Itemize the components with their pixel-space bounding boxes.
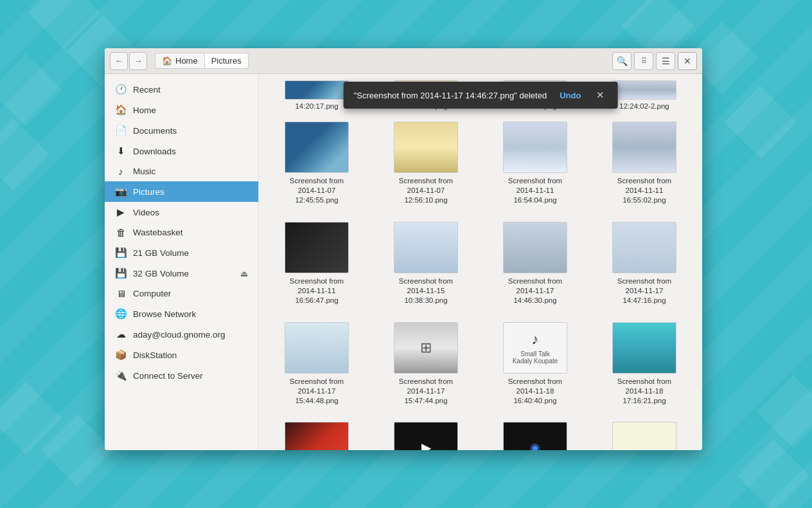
file-thumbnail <box>612 422 676 450</box>
sidebar-item-computer[interactable]: 🖥 Computer <box>105 284 258 304</box>
file-name: Screenshot from2014-11-1715:44:48.png <box>290 377 344 406</box>
file-name: Screenshot from2014-11-1714:47:16.png <box>617 277 671 305</box>
videos-icon: ▶ <box>115 206 127 218</box>
bg-diamond <box>737 439 809 508</box>
sidebar-item-music[interactable]: ♪ Music <box>105 161 258 181</box>
volume-icon-2: 💾 <box>115 268 127 279</box>
sidebar-item-diskstation[interactable]: 📦 DiskStation <box>105 345 258 365</box>
sidebar-label-21gb: 21 GB Volume <box>133 248 189 258</box>
sidebar-label-downloads: Downloads <box>133 147 176 156</box>
file-name: 14:20:17.png <box>295 102 338 110</box>
sidebar-item-connect-server[interactable]: 🔌 Connect to Server <box>105 365 258 386</box>
sidebar-label-diskstation: DiskStation <box>133 350 177 360</box>
sidebar-item-documents[interactable]: 📄 Documents <box>105 120 258 141</box>
sidebar-label-aday: aday@cloud.gnome.org <box>133 330 225 340</box>
file-name: Screenshot from2014-11-1116:54:04.png <box>508 176 562 205</box>
file-name: Screenshot from2014-11-1510:38:30.png <box>399 277 453 305</box>
sidebar-label-documents: Documents <box>133 126 177 136</box>
downloads-icon: ⬇ <box>115 145 127 157</box>
computer-icon: 🖥 <box>115 288 127 299</box>
file-thumbnail <box>503 122 567 173</box>
toolbar-right: 🔍 ⠿ ☰ ✕ <box>612 52 697 70</box>
file-thumbnail <box>285 80 349 100</box>
sidebar-item-wastebasket[interactable]: 🗑 Wastebasket <box>105 222 258 242</box>
file-name: Screenshot from2014-11-0712:45:55.png <box>290 176 344 205</box>
close-button[interactable]: ✕ <box>678 52 697 70</box>
home-icon: 🏠 <box>115 104 127 116</box>
file-name: Screenshot from2014-11-0712:56:10.png <box>399 176 453 205</box>
list-item[interactable]: Screenshot from2014-11-1715:44:48.png <box>265 317 368 411</box>
file-manager-window: ← → 🏠 Home Pictures 🔍 ⠿ ☰ ✕ <box>105 48 702 450</box>
menu-button[interactable]: ☰ <box>656 52 675 70</box>
toast-notification: "Screenshot from 2014-11-17 14:46:27.png… <box>344 82 618 109</box>
list-item[interactable]: ◉ <box>484 417 587 450</box>
sidebar-item-21gb[interactable]: 💾 21 GB Volume <box>105 242 258 263</box>
diskstation-icon: 📦 <box>115 349 127 361</box>
connect-icon: 🔌 <box>115 370 127 381</box>
sidebar-item-pictures[interactable]: 📷 Pictures <box>105 181 258 202</box>
file-name: Screenshot from2014-11-1816:40:40.png <box>508 377 562 406</box>
list-item[interactable]: Screenshot from2014-11-1714:46:30.png <box>484 217 587 311</box>
documents-icon: 📄 <box>115 125 127 136</box>
sidebar-item-recent[interactable]: 🕐 Recent <box>105 79 258 100</box>
sidebar-label-recent: Recent <box>133 85 161 95</box>
sidebar-item-browse-network[interactable]: 🌐 Browse Network <box>105 304 258 324</box>
list-item[interactable]: Screenshot from2014-11-0712:45:55.png <box>265 116 368 210</box>
list-item[interactable] <box>265 417 368 450</box>
file-thumbnail <box>612 80 676 100</box>
breadcrumb-home[interactable]: 🏠 Home <box>155 53 205 69</box>
list-item[interactable]: Screenshot from2014-11-1116:54:04.png <box>484 116 587 210</box>
file-thumbnail <box>612 222 676 273</box>
sidebar-item-videos[interactable]: ▶ Videos <box>105 202 258 222</box>
list-item[interactable]: Screenshot from2014-11-0712:56:10.png <box>375 116 477 210</box>
nav-buttons: ← → <box>110 52 147 70</box>
toast-message: "Screenshot from 2014-11-17 14:46:27.png… <box>354 91 547 100</box>
forward-button[interactable]: → <box>129 52 147 70</box>
toast-close-button[interactable]: ✕ <box>594 88 607 102</box>
sidebar-label-browse-network: Browse Network <box>133 309 196 319</box>
file-thumbnail <box>612 122 676 173</box>
music-icon: ♪ <box>115 166 127 177</box>
pictures-icon: 📷 <box>115 186 127 197</box>
sidebar-item-32gb[interactable]: 💾 32 GB Volume ⏏ <box>105 263 258 284</box>
list-item[interactable]: ⊞ Screenshot from2014-11-1715:47:44.png <box>375 317 477 411</box>
list-item[interactable]: ▶ <box>375 417 477 450</box>
eject-button[interactable]: ⏏ <box>240 269 248 278</box>
list-item[interactable] <box>593 417 696 450</box>
search-icon: 🔍 <box>617 56 628 66</box>
sidebar-label-wastebasket: Wastebasket <box>133 228 183 237</box>
file-name: Screenshot from2014-11-1714:46:30.png <box>508 277 562 305</box>
sidebar-label-computer: Computer <box>133 289 171 298</box>
search-button[interactable]: 🔍 <box>612 52 631 70</box>
sidebar-label-home: Home <box>133 105 156 115</box>
file-name: Screenshot from2014-11-1116:55:02.png <box>617 176 671 205</box>
list-item[interactable]: Screenshot from2014-11-1817:16:21.png <box>593 317 696 411</box>
sidebar-label-pictures: Pictures <box>133 187 164 197</box>
file-thumbnail <box>285 322 349 374</box>
bg-diamond <box>724 86 797 158</box>
list-item[interactable]: Screenshot from2014-11-1116:56:47.png <box>265 217 368 311</box>
file-thumbnail <box>285 122 349 173</box>
list-item[interactable]: Screenshot from2014-11-1714:47:16.png <box>593 217 696 311</box>
sidebar-item-home[interactable]: 🏠 Home <box>105 100 258 120</box>
list-item[interactable]: ♪ Small TalkKadaly Koupate Screenshot fr… <box>484 317 587 411</box>
file-thumbnail: ⊞ <box>394 322 458 374</box>
list-item[interactable]: Screenshot from2014-11-1510:38:30.png <box>375 217 477 311</box>
file-thumbnail <box>394 122 458 173</box>
list-item[interactable]: Screenshot from2014-11-1116:55:02.png <box>593 116 696 210</box>
back-button[interactable]: ← <box>110 52 128 70</box>
sidebar-item-downloads[interactable]: ⬇ Downloads <box>105 141 258 161</box>
breadcrumb-current[interactable]: Pictures <box>205 53 249 69</box>
sidebar-label-videos: Videos <box>133 208 159 217</box>
file-thumbnail <box>503 222 567 273</box>
close-icon: ✕ <box>684 56 691 66</box>
grid-view-button[interactable]: ⠿ <box>634 52 653 70</box>
file-thumbnail <box>612 322 676 374</box>
breadcrumb-home-label: Home <box>175 56 198 66</box>
sidebar-label-32gb: 32 GB Volume <box>133 269 189 278</box>
breadcrumb: 🏠 Home Pictures <box>155 53 249 69</box>
sidebar-item-aday[interactable]: ☁ aday@cloud.gnome.org <box>105 324 258 345</box>
volume-icon: 💾 <box>115 247 127 259</box>
toast-undo-button[interactable]: Undo <box>557 89 583 102</box>
file-name: Screenshot from2014-11-1817:16:21.png <box>617 377 671 406</box>
